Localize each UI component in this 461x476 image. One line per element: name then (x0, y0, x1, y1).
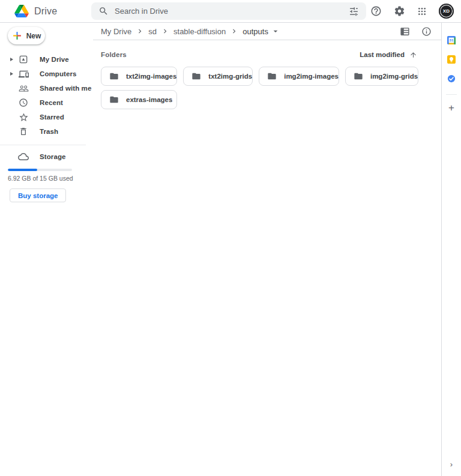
buy-storage-button[interactable]: Buy storage (10, 188, 66, 202)
folder-icon (109, 71, 119, 81)
list-view-icon[interactable] (400, 26, 410, 37)
sidebar-item-computers[interactable]: Computers (0, 67, 93, 81)
dropdown-caret-icon (271, 26, 280, 36)
breadcrumb-item-my-drive[interactable]: My Drive (101, 27, 131, 36)
google-keep-icon[interactable] (444, 52, 459, 67)
sidebar-item-starred[interactable]: Starred (0, 110, 93, 124)
cloud-icon (18, 151, 29, 162)
search-input[interactable] (115, 7, 349, 16)
side-panel-divider (446, 94, 457, 95)
sidebar-nav: My Drive Computers Shared with me (0, 52, 93, 139)
account-avatar[interactable]: XD (439, 4, 454, 19)
folder-grid: txt2img-images txt2img-grids img2img-ima… (101, 67, 417, 109)
chevron-right-icon (161, 27, 169, 35)
breadcrumb-item-outputs[interactable]: outputs (243, 26, 280, 36)
sidebar-item-label: Computers (40, 70, 77, 77)
sidebar-item-label: Starred (40, 113, 64, 121)
folder-name: txt2img-grids (208, 73, 252, 80)
google-tasks-icon[interactable] (444, 71, 459, 86)
folder-icon (109, 95, 119, 104)
shared-with-me-icon (18, 83, 29, 94)
sidebar-item-my-drive[interactable]: My Drive (0, 52, 93, 67)
plus-icon (12, 31, 22, 41)
folder-card-img2img-grids[interactable]: img2img-grids (345, 67, 418, 86)
storage-progress-fill (8, 169, 37, 171)
sidebar-item-shared-with-me[interactable]: Shared with me (0, 81, 93, 95)
folders-section-label: Folders (101, 51, 127, 58)
drive-home-link[interactable]: Drive (0, 5, 91, 17)
sidebar-item-label: Trash (40, 128, 58, 135)
my-drive-icon (18, 55, 29, 64)
folder-name: txt2img-images (126, 73, 176, 80)
computers-icon (18, 69, 29, 79)
folder-card-extras-images[interactable]: extras-images (101, 90, 177, 109)
google-apps-icon[interactable] (417, 7, 427, 16)
search-icon[interactable] (98, 6, 109, 16)
starred-icon (18, 112, 29, 122)
folder-card-img2img-images[interactable]: img2img-images (259, 67, 339, 86)
sidebar-divider (0, 145, 86, 145)
breadcrumb-item-sd[interactable]: sd (148, 27, 157, 36)
workspace-side-panel: 31 + › (441, 23, 461, 476)
help-icon[interactable] (370, 5, 382, 17)
sort-label: Last modified (360, 51, 405, 58)
settings-icon[interactable] (394, 5, 405, 17)
file-list-area: Folders Last modified txt2img-images txt… (93, 40, 441, 109)
folder-card-txt2img-images[interactable]: txt2img-images (101, 67, 177, 86)
sort-ascending-arrow-icon[interactable] (409, 51, 417, 59)
folder-name: img2img-images (284, 73, 339, 80)
breadcrumb-item-stable-diffusion[interactable]: stable-diffusion (173, 27, 226, 36)
new-button[interactable]: New (8, 27, 45, 44)
sidebar-item-storage[interactable]: Storage (0, 149, 93, 164)
sort-control[interactable]: Last modified (360, 51, 417, 59)
folder-name: extras-images (126, 96, 172, 103)
svg-text:31: 31 (450, 38, 454, 42)
top-app-bar: Drive XD (0, 0, 461, 23)
expand-arrow-icon[interactable] (10, 72, 17, 76)
get-add-ons-button[interactable]: + (444, 101, 459, 115)
search-options-icon[interactable] (349, 6, 359, 16)
expand-arrow-icon[interactable] (10, 58, 17, 61)
storage-label: Storage (40, 153, 66, 160)
sidebar-item-label: Recent (40, 99, 63, 106)
sidebar-item-trash[interactable]: Trash (0, 124, 93, 139)
google-calendar-icon[interactable]: 31 (444, 33, 459, 47)
chevron-right-icon (230, 27, 238, 35)
sidebar: New My Drive Computers (0, 23, 93, 476)
folder-name: img2img-grids (370, 73, 418, 80)
breadcrumb: My Drive sd stable-diffusion outputs (93, 23, 441, 40)
new-button-label: New (26, 32, 41, 40)
hide-side-panel-chevron[interactable]: › (450, 460, 453, 469)
chevron-right-icon (136, 27, 144, 35)
sidebar-item-recent[interactable]: Recent (0, 95, 93, 110)
content-area: My Drive sd stable-diffusion outputs (93, 23, 441, 476)
storage-progress-bar (8, 169, 72, 171)
google-drive-logo-icon (14, 5, 29, 17)
sidebar-item-label: My Drive (40, 56, 69, 63)
details-info-icon[interactable] (421, 26, 432, 37)
search-bar[interactable] (91, 2, 366, 20)
folder-card-txt2img-grids[interactable]: txt2img-grids (183, 67, 253, 86)
trash-icon (18, 127, 29, 136)
folder-icon (354, 71, 363, 81)
recent-icon (18, 98, 29, 107)
folder-icon (191, 71, 201, 81)
folder-icon (267, 71, 277, 81)
storage-used-text: 6.92 GB of 15 GB used (8, 175, 93, 182)
sidebar-item-label: Shared with me (40, 85, 91, 92)
app-title: Drive (34, 6, 57, 17)
